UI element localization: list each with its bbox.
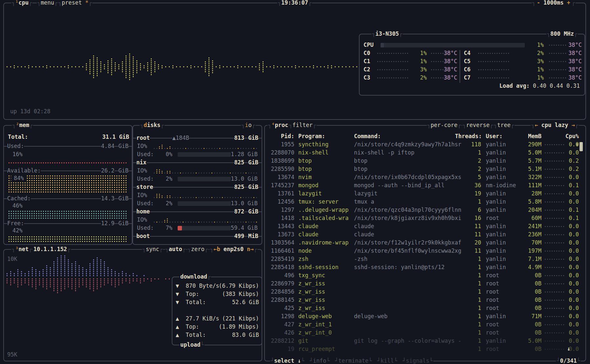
header-user[interactable]: User:	[486, 132, 502, 140]
process-row[interactable]: 1297..deluged-wrapp/nix/store/qzc04a3npl…	[265, 206, 585, 214]
process-user: yanlin	[486, 255, 506, 263]
net-upload-graph	[6, 278, 173, 294]
process-table-header: Pid: Program: Command: Threads: User: Me…	[265, 132, 585, 140]
process-threads: 6	[455, 206, 481, 214]
rate-increase-button[interactable]: +	[567, 0, 570, 7]
disk-used-row: Used:2%13.0 GiB	[133, 175, 262, 183]
process-row[interactable]: 2288145z_wr_iss1root0B0.0	[265, 296, 585, 304]
core-usage-meter	[377, 69, 409, 71]
terminate-button[interactable]: terminate	[338, 357, 368, 364]
upload-top-row: ▲ Top: (1.89 Mibps)	[176, 323, 259, 331]
process-user: yanlin	[486, 312, 506, 320]
process-program: rcu_preempt	[298, 345, 335, 353]
process-row[interactable]: 1303564.navidrome-wrap/nix/store/f12w1yi…	[265, 239, 585, 247]
disk-io-row: IO%	[133, 142, 262, 150]
mem-available-percent: 84%	[11, 174, 27, 182]
process-row[interactable]: 1166461node/nix/store/bf45nflf0wylnscwwa…	[265, 247, 585, 255]
header-mem[interactable]: MemB	[515, 132, 541, 140]
header-pid[interactable]: Pid:	[267, 132, 294, 140]
net-panel-title: ┐³net┌	[11, 245, 32, 253]
process-row[interactable]: 427z_wr_int_11root0B0.0	[265, 320, 585, 329]
process-mem: 5.0M	[515, 149, 541, 157]
process-cpu-percent: 0.0	[562, 337, 579, 345]
net-sync-toggle[interactable]: ┐sync┌	[142, 245, 163, 253]
filter-button[interactable]: ┐filter┌	[288, 121, 317, 129]
proc-panel-number: ⁴	[271, 121, 275, 129]
process-row[interactable]: 1955syncthing/nix/store/c4q9zmkzy9awy7h7…	[265, 140, 585, 149]
sort-prev-button[interactable]: ←	[535, 121, 538, 129]
process-row[interactable]: 2288070nix-shellnix-shell -p iftop1yanli…	[265, 149, 585, 157]
process-program: nix-shell	[298, 149, 328, 157]
process-mem: 241M	[515, 222, 541, 230]
process-row[interactable]: 12456tmux: servertmux a1yanlin5.8M0.0	[265, 198, 585, 206]
process-row[interactable]: 1745237mongodmongod --auth --bind_ip_all…	[265, 181, 585, 190]
rate-decrease-button[interactable]: -	[537, 0, 540, 7]
process-row[interactable]: 2285418sshd-sessionsshd-session: yanlin@…	[265, 263, 585, 271]
process-cpu-percent: 0.1	[562, 214, 579, 222]
disk-size: 813	[234, 134, 245, 142]
process-row[interactable]: 13673claudeclaude11yanlin236M0.0	[265, 230, 585, 239]
reverse-toggle[interactable]: ┐reverse┌	[462, 121, 494, 129]
process-program: .tailscaled-wra	[298, 214, 349, 222]
disk-used-label: Used:	[137, 224, 154, 232]
process-threads: 2	[455, 165, 481, 173]
process-row[interactable]: 2284856z_wr_iss1root0B0.0	[265, 288, 585, 296]
process-row[interactable]: 426z_wr_int_01root0B0.0	[265, 329, 585, 337]
process-mem: 5.1M	[515, 165, 541, 173]
info-button[interactable]: info	[313, 357, 326, 364]
process-mem: 71M	[515, 312, 541, 320]
process-user: yanlin	[486, 190, 506, 198]
process-row[interactable]: 13443claudeclaude11yanlin241M0.0	[265, 222, 585, 230]
process-row[interactable]: 1838699btopbtop2yanlin5.7M0.2	[265, 157, 585, 165]
preset-button[interactable]: ┐preset*┌	[58, 0, 92, 7]
net-auto-toggle[interactable]: ┐auto┌	[165, 245, 186, 253]
core-name: C6	[464, 65, 470, 74]
process-row[interactable]: 425z_wr_iss1root0B0.0	[265, 304, 585, 312]
upload-title: upload└	[180, 341, 205, 349]
mem-used-divider: Used: 4.84 GiB	[4, 142, 132, 150]
process-row[interactable]: 2288212gitgit log --graph --color=always…	[265, 337, 585, 345]
process-user: root	[486, 288, 499, 296]
process-cpu-graph	[544, 193, 564, 195]
process-row[interactable]: 13674nvim/nix/store/ix0b67dcdpl05xpagx5x…	[265, 173, 585, 181]
header-threads[interactable]: Threads:	[455, 132, 481, 140]
net-next-interface-button[interactable]: n→	[247, 245, 253, 253]
cpu-core-row: C23%38°CC61%38°C	[360, 65, 584, 74]
menu-button[interactable]: ┐menu┌	[37, 0, 58, 7]
tree-toggle[interactable]: ┐tree┌	[493, 121, 515, 129]
process-row[interactable]: 1418.tailscaled-wra/nix/store/k8jgiaxrz8…	[265, 214, 585, 222]
process-mem: 60M	[515, 214, 541, 222]
disks-io-mode-button[interactable]: ┐io┌	[241, 121, 256, 129]
disks-panel-title: ┐disks┌	[140, 121, 165, 129]
process-cpu-graph	[544, 160, 564, 162]
process-row[interactable]: 19rcu_preempt1root0B0.0	[265, 345, 585, 353]
disk-name: home	[136, 208, 150, 216]
kill-button[interactable]: kill	[381, 357, 394, 364]
per-core-toggle[interactable]: ┐per-core┌	[427, 121, 462, 129]
net-interface-name: enp2s0	[224, 245, 244, 253]
net-prev-interface-button[interactable]: ←b	[213, 245, 220, 253]
process-threads: 1	[455, 288, 481, 296]
process-user: root	[486, 329, 499, 337]
select-button[interactable]: select ↓	[274, 357, 301, 364]
process-row[interactable]: 13761lazygitlazygit19yanlin28M0.0	[265, 190, 585, 198]
sort-next-button[interactable]: →	[572, 121, 575, 129]
process-row[interactable]: 2285590btopbtop2yanlin5.1M0.2	[265, 165, 585, 173]
process-row[interactable]: 1298deluge-webdeluge-web1yanlin71M0.0	[265, 312, 585, 320]
header-command[interactable]: Command:	[354, 132, 381, 140]
scroll-down-indicator[interactable]: ↓	[567, 345, 570, 353]
mem-free-graph	[8, 236, 128, 243]
process-threads: 36	[455, 181, 481, 190]
signals-button[interactable]: signals	[406, 357, 429, 364]
download-speed-row: ▼ 870 Byte/s (6.79 Kibps)	[176, 282, 259, 290]
process-user: yanlin	[486, 247, 506, 255]
header-program[interactable]: Program:	[298, 132, 325, 140]
scrollbar-thumb[interactable]	[580, 142, 583, 151]
process-row[interactable]: 496txg_sync1root0B0.0	[265, 271, 585, 280]
process-program: txg_sync	[298, 271, 325, 280]
process-row[interactable]: 2285419zsh-zsh1yanlin7.1M0.0	[265, 255, 585, 263]
net-zero-toggle[interactable]: ┐zero┌	[187, 245, 208, 253]
process-cpu-graph	[544, 168, 564, 170]
process-row[interactable]: 2286979z_wr_iss1root0B0.0	[265, 280, 585, 288]
process-pid: 2288145	[267, 296, 294, 304]
